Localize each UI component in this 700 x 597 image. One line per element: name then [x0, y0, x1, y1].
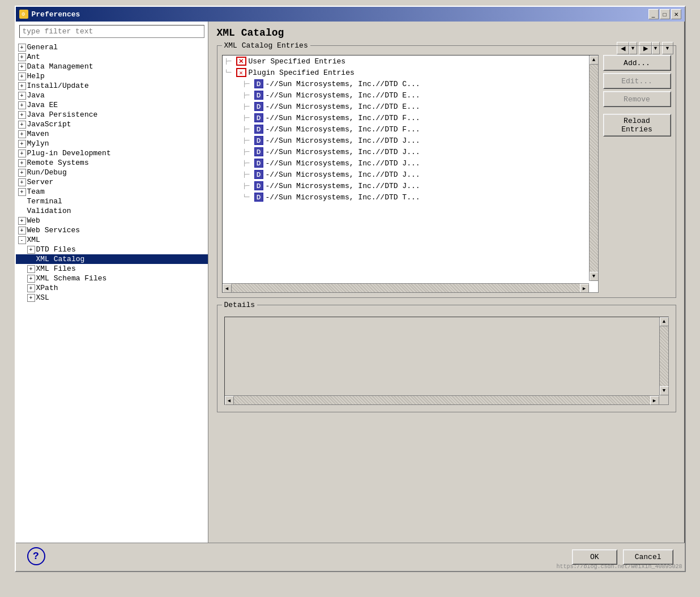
catalog-item-dtd-9[interactable]: ├─ D -//Sun Microsystems, Inc.//DTD J... — [223, 169, 598, 180]
scroll-right-button[interactable]: ▶ — [580, 284, 589, 293]
sidebar-label: XML Catalog — [36, 255, 85, 263]
scroll-track-v[interactable] — [590, 65, 598, 272]
scroll-down-button[interactable]: ▼ — [590, 272, 599, 281]
catalog-item-dtd-7[interactable]: ├─ D -//Sun Microsystems, Inc.//DTD J... — [223, 146, 598, 157]
dtd-icon: D — [254, 136, 263, 145]
sidebar-item-help[interactable]: + Help — [16, 71, 208, 81]
reload-button[interactable]: Reload Entries — [603, 114, 671, 137]
vertical-scrollbar[interactable]: ▲ ▼ — [589, 56, 598, 281]
close-button[interactable]: ✕ — [671, 9, 681, 19]
dtd-icon: D — [254, 147, 263, 156]
watermark: https://blog.csdn.net/weixin_40895028 — [554, 562, 684, 571]
sidebar-item-xml-schema[interactable]: + XML Schema Files — [16, 274, 208, 283]
sidebar-item-validation[interactable]: Validation — [16, 206, 208, 216]
sidebar-label: XSL — [36, 293, 49, 302]
edit-button[interactable]: Edit... — [603, 73, 671, 89]
sidebar-item-java[interactable]: + Java — [16, 91, 208, 100]
panel-title: XML Catalog — [217, 27, 676, 39]
remove-button[interactable]: Remove — [603, 91, 671, 107]
sidebar-item-terminal[interactable]: Terminal — [16, 197, 208, 206]
details-scroll-track-h[interactable] — [234, 396, 650, 404]
sidebar-item-install-update[interactable]: + Install/Update — [16, 81, 208, 91]
sidebar-item-data-management[interactable]: + Data Management — [16, 62, 208, 71]
catalog-item-dtd-10[interactable]: ├─ D -//Sun Microsystems, Inc.//DTD J... — [223, 180, 598, 191]
catalog-item-dtd-2[interactable]: ├─ D -//Sun Microsystems, Inc.//DTD E... — [223, 89, 598, 101]
catalog-item-dtd-4[interactable]: ├─ D -//Sun Microsystems, Inc.//DTD F... — [223, 112, 598, 123]
sidebar-label: XPath — [36, 284, 58, 292]
expand-icon: + — [18, 169, 26, 177]
minimize-button[interactable]: _ — [648, 9, 659, 19]
sidebar-item-plugin-dev[interactable]: + Plug-in Development — [16, 148, 208, 158]
sidebar-label: DTD Files — [36, 245, 76, 254]
catalog-item-dtd-6[interactable]: ├─ D -//Sun Microsystems, Inc.//DTD J... — [223, 135, 598, 146]
catalog-entries-container: ├─ ✕ User Specified Entries └─ ✕ Plugin … — [222, 55, 671, 293]
sidebar-item-web-services[interactable]: + Web Services — [16, 225, 208, 235]
catalog-item-label: -//Sun Microsystems, Inc.//DTD J... — [266, 170, 420, 179]
details-scroll-up[interactable]: ▲ — [660, 317, 669, 326]
sidebar-label: Help — [27, 72, 45, 80]
sidebar-item-maven[interactable]: + Maven — [16, 129, 208, 139]
horizontal-scrollbar[interactable]: ◀ ▶ — [223, 283, 589, 292]
connector: ├─ — [225, 58, 236, 65]
catalog-item-dtd-11[interactable]: └─ D -//Sun Microsystems, Inc.//DTD T... — [223, 191, 598, 203]
connector: ├─ — [243, 126, 254, 133]
connector: └─ — [243, 194, 254, 201]
dtd-icon: D — [254, 125, 263, 134]
expand-icon: + — [18, 130, 26, 138]
catalog-item-dtd-5[interactable]: ├─ D -//Sun Microsystems, Inc.//DTD F... — [223, 123, 598, 135]
maximize-button[interactable]: □ — [660, 9, 670, 19]
connector: └─ — [225, 70, 236, 76]
sidebar-label: XML Schema Files — [36, 274, 107, 283]
sidebar-item-xml-files[interactable]: + XML Files — [16, 264, 208, 274]
sidebar-item-run-debug[interactable]: + Run/Debug — [16, 168, 208, 177]
sidebar-item-mylyn[interactable]: + Mylyn — [16, 139, 208, 148]
sidebar-item-team[interactable]: + Team — [16, 187, 208, 197]
dtd-icon: D — [254, 193, 263, 202]
title-bar: ⚙ Preferences _ □ ✕ — [16, 7, 685, 22]
sidebar-label: Mylyn — [27, 139, 49, 148]
preferences-window: ⚙ Preferences _ □ ✕ + General + Ant — [15, 6, 686, 572]
help-icon[interactable]: ? — [27, 547, 45, 565]
dtd-icon: D — [254, 102, 263, 111]
filter-input[interactable] — [19, 25, 204, 38]
details-scroll-right[interactable]: ▶ — [650, 396, 659, 405]
expand-icon: + — [18, 44, 26, 52]
details-scrollbar-v[interactable]: ▲ ▼ — [659, 317, 668, 395]
sidebar-item-web[interactable]: + Web — [16, 216, 208, 225]
expand-icon: + — [27, 265, 35, 273]
sidebar-item-dtd-files[interactable]: + DTD Files — [16, 245, 208, 254]
catalog-item-label: -//Sun Microsystems, Inc.//DTD C... — [266, 80, 420, 88]
catalog-item-plugin[interactable]: └─ ✕ Plugin Specified Entries — [223, 67, 598, 78]
sidebar-item-xpath[interactable]: + XPath — [16, 283, 208, 293]
window-title: Preferences — [32, 10, 80, 19]
sidebar-item-xml[interactable]: - XML — [16, 235, 208, 245]
catalog-item-dtd-1[interactable]: ├─ D -//Sun Microsystems, Inc.//DTD C... — [223, 78, 598, 89]
dtd-icon: D — [254, 79, 263, 88]
sidebar-item-java-persistence[interactable]: + Java Persistence — [16, 110, 208, 120]
details-scroll-down[interactable]: ▼ — [660, 386, 669, 395]
details-scrollbar-h[interactable]: ◀ ▶ — [225, 395, 659, 404]
scroll-up-button[interactable]: ▲ — [590, 56, 599, 65]
sidebar-item-xml-catalog[interactable]: XML Catalog — [16, 254, 208, 264]
catalog-item-label: -//Sun Microsystems, Inc.//DTD T... — [266, 193, 420, 202]
catalog-item-dtd-3[interactable]: ├─ D -//Sun Microsystems, Inc.//DTD E... — [223, 101, 598, 112]
catalog-item-user[interactable]: ├─ ✕ User Specified Entries — [223, 56, 598, 67]
catalog-item-dtd-8[interactable]: ├─ D -//Sun Microsystems, Inc.//DTD J... — [223, 157, 598, 169]
sidebar-item-remote-systems[interactable]: + Remote Systems — [16, 158, 208, 168]
catalog-tree: ├─ ✕ User Specified Entries └─ ✕ Plugin … — [222, 55, 599, 293]
catalog-item-label: -//Sun Microsystems, Inc.//DTD E... — [266, 91, 420, 100]
x-icon: ✕ — [236, 57, 246, 66]
sidebar-item-general[interactable]: + General — [16, 42, 208, 52]
sidebar-item-server[interactable]: + Server — [16, 177, 208, 187]
catalog-tree-inner[interactable]: ├─ ✕ User Specified Entries └─ ✕ Plugin … — [223, 56, 598, 281]
connector: ├─ — [243, 138, 254, 144]
sidebar-item-ant[interactable]: + Ant — [16, 52, 208, 62]
sidebar-item-java-ee[interactable]: + Java EE — [16, 100, 208, 110]
sidebar-item-xsl[interactable]: + XSL — [16, 293, 208, 302]
scroll-left-button[interactable]: ◀ — [223, 284, 232, 293]
details-scroll-left[interactable]: ◀ — [225, 396, 234, 405]
add-button[interactable]: Add... — [603, 55, 671, 71]
scroll-track-h[interactable] — [232, 284, 580, 292]
details-scroll-track-v[interactable] — [660, 326, 668, 386]
sidebar-item-javascript[interactable]: + JavaScript — [16, 120, 208, 129]
